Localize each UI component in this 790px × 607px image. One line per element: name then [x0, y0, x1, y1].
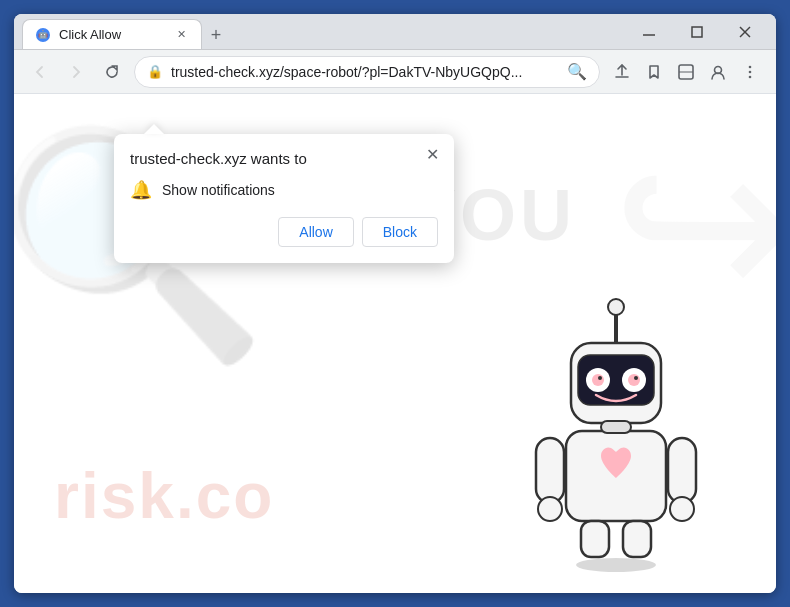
- search-icon: 🔍: [567, 62, 587, 81]
- lock-icon: 🔒: [147, 64, 163, 79]
- popup-item-text: Show notifications: [162, 182, 275, 198]
- page-content: 🔍 ↩ YOU risk.co ✕ trusted-check.xyz want…: [14, 94, 776, 593]
- allow-button[interactable]: Allow: [278, 217, 353, 247]
- watermark-risk: risk.co: [54, 459, 274, 533]
- forward-button[interactable]: [62, 58, 90, 86]
- active-tab[interactable]: 🤖 Click Allow ✕: [22, 19, 202, 49]
- svg-rect-26: [581, 521, 609, 557]
- extension-button[interactable]: [672, 58, 700, 86]
- title-bar: 🤖 Click Allow ✕ +: [14, 14, 776, 50]
- svg-point-25: [670, 497, 694, 521]
- popup-buttons: Allow Block: [130, 217, 438, 247]
- tab-close-button[interactable]: ✕: [173, 27, 189, 43]
- svg-point-18: [598, 376, 602, 380]
- svg-rect-22: [536, 438, 564, 503]
- address-text: trusted-check.xyz/space-robot/?pl=DakTV-…: [171, 64, 559, 80]
- browser-window: 🤖 Click Allow ✕ +: [14, 14, 776, 593]
- svg-point-24: [538, 497, 562, 521]
- svg-rect-1: [692, 27, 702, 37]
- minimize-button[interactable]: [626, 14, 672, 50]
- maximize-button[interactable]: [674, 14, 720, 50]
- svg-point-16: [592, 374, 604, 386]
- popup-close-button[interactable]: ✕: [422, 144, 442, 164]
- window-controls: [626, 14, 768, 50]
- robot-illustration: [516, 293, 716, 573]
- svg-rect-21: [601, 421, 631, 433]
- menu-button[interactable]: [736, 58, 764, 86]
- profile-button[interactable]: [704, 58, 732, 86]
- address-bar[interactable]: 🔒 trusted-check.xyz/space-robot/?pl=DakT…: [134, 56, 600, 88]
- tab-favicon-icon: 🤖: [36, 28, 50, 42]
- tab-favicon: 🤖: [35, 27, 51, 43]
- popup-notification-item: 🔔 Show notifications: [130, 179, 438, 201]
- nav-bar: 🔒 trusted-check.xyz/space-robot/?pl=DakT…: [14, 50, 776, 94]
- svg-point-8: [749, 70, 752, 73]
- bookmark-button[interactable]: [640, 58, 668, 86]
- share-button[interactable]: [608, 58, 636, 86]
- svg-point-19: [634, 376, 638, 380]
- svg-rect-23: [668, 438, 696, 503]
- reload-button[interactable]: [98, 58, 126, 86]
- svg-point-7: [749, 65, 752, 68]
- svg-point-9: [749, 75, 752, 78]
- svg-point-17: [628, 374, 640, 386]
- block-button[interactable]: Block: [362, 217, 438, 247]
- tab-strip: 🤖 Click Allow ✕ +: [22, 14, 618, 49]
- nav-icons-right: [608, 58, 764, 86]
- tab-title: Click Allow: [59, 27, 121, 42]
- popup-title: trusted-check.xyz wants to: [130, 150, 438, 167]
- bell-icon: 🔔: [130, 179, 152, 201]
- svg-point-28: [576, 558, 656, 572]
- svg-rect-27: [623, 521, 651, 557]
- svg-point-11: [608, 299, 624, 315]
- new-tab-button[interactable]: +: [202, 21, 230, 49]
- robot-svg: [516, 293, 716, 573]
- notification-popup: ✕ trusted-check.xyz wants to 🔔 Show noti…: [114, 134, 454, 263]
- close-button[interactable]: [722, 14, 768, 50]
- back-button[interactable]: [26, 58, 54, 86]
